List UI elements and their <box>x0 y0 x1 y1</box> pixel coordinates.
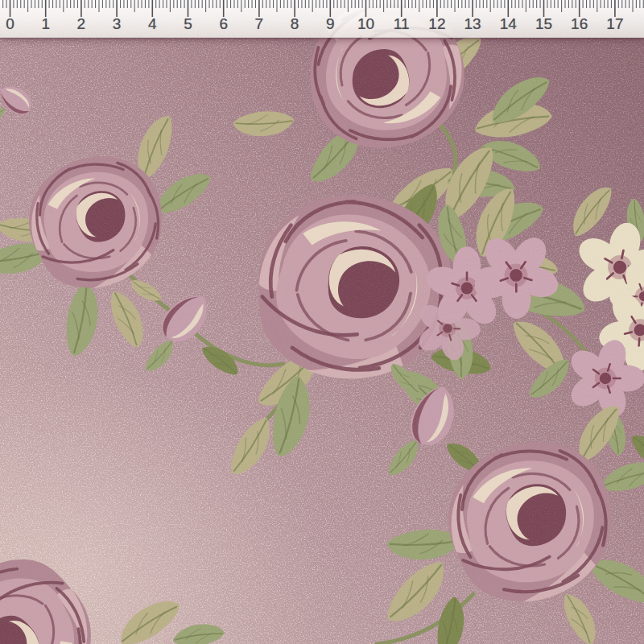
ruler-number: 12 <box>428 16 445 32</box>
photo-grain <box>0 0 644 644</box>
ruler-number: 11 <box>394 16 410 32</box>
ruler-numbers: 01234567891011121314151617 <box>0 0 644 37</box>
floral-print <box>0 0 644 644</box>
ruler-number: 10 <box>357 16 374 32</box>
ruler-number: 15 <box>535 16 552 32</box>
ruler: 01234567891011121314151617 <box>0 0 644 38</box>
ruler-number: 9 <box>326 16 335 32</box>
ruler-number: 4 <box>148 16 157 32</box>
ruler-number: 3 <box>113 16 122 32</box>
ruler-number: 8 <box>291 16 299 32</box>
fabric-photo: 01234567891011121314151617 <box>0 0 644 644</box>
ruler-number: 16 <box>571 16 588 32</box>
ruler-number: 5 <box>184 16 192 32</box>
ruler-number: 0 <box>6 16 14 32</box>
ruler-number: 17 <box>606 16 623 32</box>
ruler-number: 2 <box>77 16 86 32</box>
ruler-number: 7 <box>255 16 264 32</box>
ruler-number: 1 <box>41 16 50 32</box>
ruler-number: 13 <box>464 16 481 32</box>
ruler-number: 6 <box>219 16 228 32</box>
ruler-number: 14 <box>500 16 517 32</box>
